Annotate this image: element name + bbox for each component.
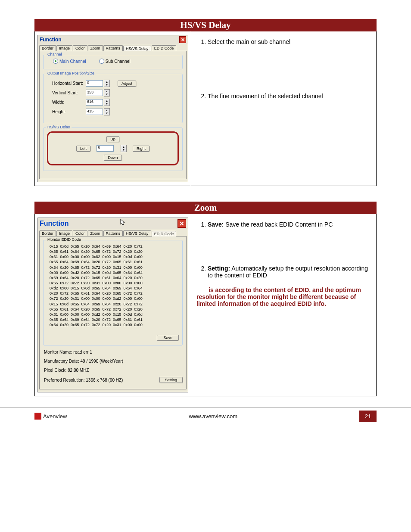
tab-hs-vs-delay[interactable]: HS/VS Delay bbox=[123, 230, 151, 236]
save-button[interactable]: Save bbox=[157, 335, 179, 341]
tab-patterns[interactable]: Patterns bbox=[103, 45, 123, 51]
tab-color[interactable]: Color bbox=[73, 45, 87, 51]
section-title: HS/VS Delay bbox=[34, 19, 377, 31]
sub-channel-radio[interactable]: Sub Channel bbox=[99, 59, 131, 64]
tab-border[interactable]: Border bbox=[39, 230, 56, 236]
tab-edid-code[interactable]: EDID Code bbox=[152, 45, 177, 51]
edid-frame-title: Monitor EDID Code bbox=[46, 237, 82, 242]
delay-spinner[interactable]: ▲▼ bbox=[121, 145, 127, 152]
numeric-input[interactable]: 0 bbox=[86, 80, 103, 87]
hsvs-frame-title: HS/VS Delay bbox=[46, 125, 72, 129]
setting-button[interactable]: Setting bbox=[159, 377, 183, 383]
preferred-resolution-info: Preferred Resolution: 1366 x 768 (60 HZ) bbox=[44, 378, 123, 383]
down-button[interactable]: Down bbox=[104, 155, 121, 161]
logo-icon bbox=[34, 413, 41, 420]
spinner[interactable]: ▲▼ bbox=[104, 89, 110, 96]
footer-url: www.avenview.com bbox=[67, 413, 359, 420]
tab-hs-vs-delay[interactable]: HS/VS Delay bbox=[123, 46, 151, 51]
adjust-button[interactable]: Adjust bbox=[118, 81, 136, 87]
tab-color[interactable]: Color bbox=[73, 230, 87, 236]
tab-edid-code[interactable]: EDID Code bbox=[152, 231, 177, 236]
pixel-clock-info: Pixel Clock: 82.00 MHZ bbox=[44, 368, 183, 373]
output-frame-title: Output Image Position/Size bbox=[46, 71, 96, 75]
zoom-step: Save: Save the read back EDID Content in… bbox=[208, 221, 371, 228]
monitor-name-info: Monitor Name: read err 1 bbox=[44, 350, 183, 355]
hsvs-step-2: The fine movement of the selected channe… bbox=[208, 93, 371, 100]
tab-border[interactable]: Border bbox=[39, 45, 56, 51]
note-text: xxxxis according to the content of EDID,… bbox=[196, 286, 371, 307]
section-title-zoom: Zoom bbox=[34, 202, 377, 214]
function-window: Function ✕ BorderImageColorZoomPatternsH… bbox=[37, 35, 188, 182]
window-title: Function bbox=[40, 37, 62, 43]
delay-value-input[interactable]: 5 bbox=[97, 145, 114, 152]
tab-patterns[interactable]: Patterns bbox=[103, 230, 123, 236]
close-icon[interactable]: ✕ bbox=[177, 219, 186, 228]
window-title-2: Function bbox=[40, 220, 69, 227]
left-button[interactable]: Left bbox=[76, 146, 90, 152]
numeric-input[interactable]: 616 bbox=[86, 99, 103, 106]
cursor-icon bbox=[120, 219, 126, 227]
up-button[interactable]: Up bbox=[106, 136, 119, 142]
page-number: 21 bbox=[359, 411, 377, 422]
channel-frame-title: Channel bbox=[46, 52, 63, 56]
close-icon[interactable]: ✕ bbox=[179, 36, 186, 43]
spinner[interactable]: ▲▼ bbox=[104, 108, 110, 115]
brand-name: Avenview bbox=[43, 413, 67, 420]
function-window-edid: Function ✕ BorderImageColorZoomPatternsH… bbox=[37, 218, 188, 392]
numeric-input[interactable]: 353 bbox=[86, 90, 103, 96]
tab-zoom[interactable]: Zoom bbox=[88, 230, 103, 236]
zoom-step: Setting: Automatically setup the output … bbox=[208, 265, 371, 279]
spinner[interactable]: ▲▼ bbox=[104, 99, 110, 106]
numeric-input[interactable]: 415 bbox=[86, 109, 103, 115]
main-channel-radio[interactable]: Main Channel bbox=[53, 59, 86, 64]
edid-hex-dump: 0x15 0x0d 0x65 0x20 0x64 0x69 0x64 0x20 … bbox=[50, 244, 179, 327]
spinner[interactable]: ▲▼ bbox=[104, 80, 110, 87]
tab-image[interactable]: Image bbox=[56, 45, 72, 51]
hsvs-step-1: Select the main or sub channel bbox=[208, 38, 371, 45]
mfg-date-info: Manufactory Date: 49 / 1990 (Week/Year) bbox=[44, 359, 183, 364]
right-button[interactable]: Right bbox=[133, 146, 149, 152]
tab-image[interactable]: Image bbox=[56, 230, 72, 236]
tab-zoom[interactable]: Zoom bbox=[88, 45, 103, 51]
